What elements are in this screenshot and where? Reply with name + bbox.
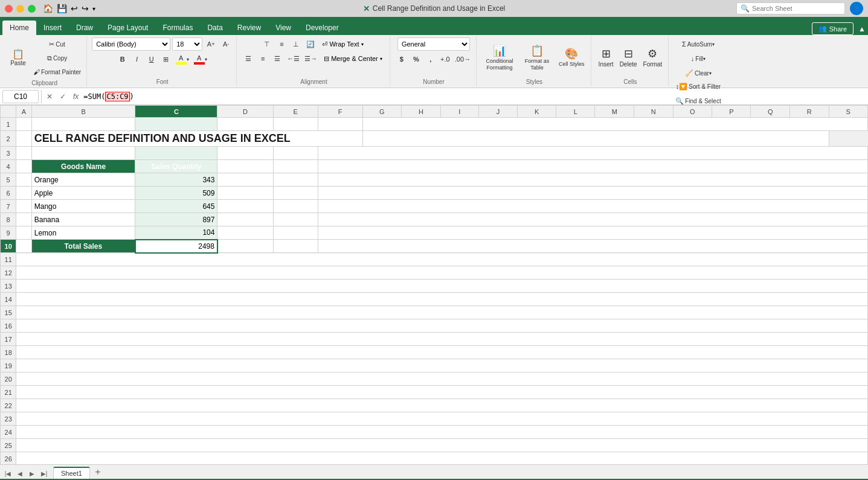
tab-insert[interactable]: Insert bbox=[36, 21, 69, 35]
middle-align-button[interactable]: ≡ bbox=[275, 37, 288, 51]
fill-button[interactable]: ↓ Fill ▾ bbox=[689, 52, 707, 65]
quick-access-undo[interactable]: ↩ bbox=[71, 4, 78, 13]
col-header-Q[interactable]: Q bbox=[751, 106, 790, 118]
row-header-16[interactable]: 16 bbox=[1, 319, 16, 333]
cell-remaining-5[interactable] bbox=[318, 173, 867, 187]
format-table-button[interactable]: 📋 Format as Table bbox=[519, 43, 555, 72]
left-align-button[interactable]: ☰ bbox=[242, 52, 255, 65]
increase-indent-button[interactable]: ☰→ bbox=[303, 52, 319, 65]
cell-D7[interactable] bbox=[217, 200, 273, 213]
cell-row-21[interactable] bbox=[16, 386, 868, 399]
row-header-19[interactable]: 19 bbox=[1, 359, 16, 373]
col-header-A[interactable]: A bbox=[16, 106, 31, 118]
row-header-17[interactable]: 17 bbox=[1, 333, 16, 346]
sheet-tab-1[interactable]: Sheet1 bbox=[53, 467, 90, 479]
row-header-13[interactable]: 13 bbox=[1, 280, 16, 293]
cell-remaining-6[interactable] bbox=[318, 187, 867, 200]
row-header-22[interactable]: 22 bbox=[1, 399, 16, 412]
window-controls[interactable] bbox=[5, 5, 36, 13]
row-header-25[interactable]: 25 bbox=[1, 439, 16, 452]
row-header-10[interactable]: 10 bbox=[1, 240, 16, 253]
tab-review[interactable]: Review bbox=[230, 21, 268, 35]
cell-C3[interactable] bbox=[135, 147, 217, 160]
format-button[interactable]: ⚙ Format bbox=[641, 46, 665, 69]
row-header-18[interactable]: 18 bbox=[1, 346, 16, 359]
formula-cancel-button[interactable]: ✕ bbox=[44, 92, 55, 101]
row-header-21[interactable]: 21 bbox=[1, 386, 16, 399]
cell-E9[interactable] bbox=[273, 226, 318, 240]
cell-A3[interactable] bbox=[16, 147, 31, 160]
font-name-select[interactable]: Calibri (Body) bbox=[92, 37, 170, 51]
cell-E3[interactable] bbox=[273, 147, 318, 160]
col-header-N[interactable]: N bbox=[634, 106, 673, 118]
cell-E10[interactable] bbox=[273, 240, 318, 253]
row-header-20[interactable]: 20 bbox=[1, 373, 16, 386]
cell-D10[interactable] bbox=[217, 240, 273, 253]
cell-B2-title[interactable]: CELL RANGE DEFINITION AND USAGE IN EXCEL bbox=[31, 131, 362, 147]
col-header-P[interactable]: P bbox=[712, 106, 751, 118]
cell-C6[interactable]: 509 bbox=[135, 187, 217, 200]
percent-button[interactable]: % bbox=[410, 53, 423, 66]
col-header-B[interactable]: B bbox=[31, 106, 135, 118]
row-header-23[interactable]: 23 bbox=[1, 412, 16, 426]
col-header-J[interactable]: J bbox=[479, 106, 518, 118]
col-header-E[interactable]: E bbox=[273, 106, 318, 118]
cell-E1[interactable] bbox=[273, 118, 318, 131]
cell-B4[interactable]: Goods Name bbox=[31, 160, 135, 173]
sheet-scroll[interactable]: A B C D E F G H I J K L M N O P Q bbox=[0, 105, 868, 464]
cell-E7[interactable] bbox=[273, 200, 318, 213]
delete-button[interactable]: ⊟ Delete bbox=[617, 46, 640, 69]
cut-button[interactable]: ✂ Cut bbox=[31, 37, 83, 51]
number-format-select[interactable]: General bbox=[397, 37, 470, 51]
cell-C9[interactable]: 104 bbox=[135, 226, 217, 240]
cell-F1[interactable] bbox=[318, 118, 362, 131]
col-header-D[interactable]: D bbox=[217, 106, 273, 118]
col-header-L[interactable]: L bbox=[556, 106, 595, 118]
row-header-5[interactable]: 5 bbox=[1, 173, 16, 187]
row-header-14[interactable]: 14 bbox=[1, 293, 16, 306]
tab-home[interactable]: Home bbox=[2, 21, 36, 35]
row-header-24[interactable]: 24 bbox=[1, 426, 16, 439]
row-header-6[interactable]: 6 bbox=[1, 187, 16, 200]
cell-remaining-8[interactable] bbox=[318, 213, 867, 226]
cell-row-25[interactable] bbox=[16, 439, 868, 452]
cell-C10[interactable]: 2498 bbox=[135, 240, 217, 253]
clear-button[interactable]: 🧹 Clear ▾ bbox=[683, 66, 713, 80]
insert-button[interactable]: ⊞ Insert bbox=[596, 46, 616, 69]
paste-button[interactable]: 📋 Paste bbox=[6, 47, 30, 69]
cell-remaining-4[interactable] bbox=[318, 160, 867, 173]
col-header-H[interactable]: H bbox=[402, 106, 440, 118]
row-header-15[interactable]: 15 bbox=[1, 306, 16, 319]
cell-row-16[interactable] bbox=[16, 319, 868, 333]
nav-prev-button[interactable]: ◀ bbox=[14, 468, 25, 479]
cell-remaining-10[interactable] bbox=[318, 240, 867, 253]
increase-decimal-button[interactable]: +.0 bbox=[439, 53, 452, 66]
cell-C4[interactable]: Sales Quantity bbox=[135, 160, 217, 173]
row-header-26[interactable]: 26 bbox=[1, 452, 16, 465]
row-header-2[interactable]: 2 bbox=[1, 131, 16, 147]
orientation-button[interactable]: 🔄 bbox=[304, 37, 317, 51]
tab-developer[interactable]: Developer bbox=[298, 21, 346, 35]
cell-row-11[interactable] bbox=[16, 253, 868, 266]
cell-row-23[interactable] bbox=[16, 412, 868, 426]
top-align-button[interactable]: ⊤ bbox=[260, 37, 274, 51]
cell-C5[interactable]: 343 bbox=[135, 173, 217, 187]
cell-B6[interactable]: Apple bbox=[31, 187, 135, 200]
font-size-select[interactable]: 18 bbox=[172, 37, 202, 51]
increase-font-button[interactable]: A+ bbox=[204, 37, 217, 51]
autosum-dropdown[interactable]: ▾ bbox=[712, 42, 715, 47]
italic-button[interactable]: I bbox=[130, 53, 144, 66]
merge-dropdown[interactable]: ▾ bbox=[380, 56, 382, 62]
quick-access-save[interactable]: 💾 bbox=[57, 4, 67, 13]
nav-first-button[interactable]: |◀ bbox=[2, 468, 13, 479]
cell-D3[interactable] bbox=[217, 147, 273, 160]
formula-confirm-button[interactable]: ✓ bbox=[57, 92, 68, 101]
cell-E6[interactable] bbox=[273, 187, 318, 200]
tab-view[interactable]: View bbox=[268, 21, 298, 35]
cell-row-20[interactable] bbox=[16, 373, 868, 386]
underline-button[interactable]: U bbox=[145, 53, 158, 66]
minimize-button[interactable] bbox=[16, 5, 24, 13]
cell-D9[interactable] bbox=[217, 226, 273, 240]
cell-A2[interactable] bbox=[16, 131, 31, 147]
cell-row-17[interactable] bbox=[16, 333, 868, 346]
